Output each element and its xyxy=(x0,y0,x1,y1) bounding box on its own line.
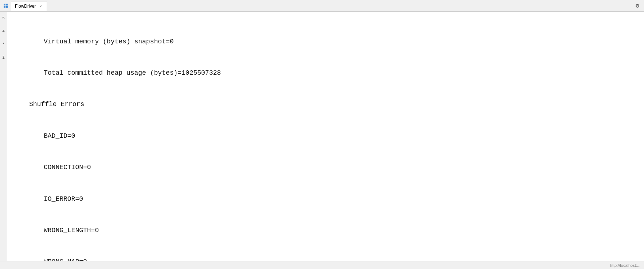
tab-close-button[interactable]: × xyxy=(38,4,43,9)
code-line-3: Shuffle Errors xyxy=(15,99,637,110)
app-icon xyxy=(3,3,9,9)
code-content: Virtual memory (bytes) snapshot=0 Total … xyxy=(15,15,637,261)
gutter-icon-star[interactable]: * xyxy=(1,42,7,47)
tab-label: FlowDriver xyxy=(15,4,36,9)
title-bar: FlowDriver × ⚙ xyxy=(0,0,644,12)
settings-icon[interactable]: ⚙ xyxy=(634,2,641,9)
tab-flowdriver[interactable]: FlowDriver × xyxy=(11,1,47,11)
code-line-1: Virtual memory (bytes) snapshot=0 xyxy=(15,36,637,47)
gutter-icon-info[interactable]: i xyxy=(1,55,7,61)
code-line-4: BAD_ID=0 xyxy=(15,131,637,141)
svg-rect-3 xyxy=(6,6,8,8)
left-gutter: 5 4 * i xyxy=(0,12,7,261)
code-line-5: CONNECTION=0 xyxy=(15,162,637,173)
editor-area[interactable]: Virtual memory (bytes) snapshot=0 Total … xyxy=(7,12,644,261)
code-line-8: WRONG_MAP=0 xyxy=(15,257,637,261)
main-window: FlowDriver × ⚙ 5 4 * i Virtual memory (b… xyxy=(0,0,644,269)
gutter-icon-4: 4 xyxy=(1,28,7,34)
status-text: http://localhost:... xyxy=(610,263,640,268)
title-bar-left: FlowDriver × xyxy=(3,0,47,11)
svg-rect-0 xyxy=(4,4,5,5)
svg-rect-1 xyxy=(6,4,8,5)
status-bar: http://localhost:... xyxy=(0,261,644,269)
svg-rect-2 xyxy=(4,6,5,8)
gutter-icon-5: 5 xyxy=(1,15,7,21)
code-line-2: Total committed heap usage (bytes)=10255… xyxy=(15,68,637,78)
code-line-7: WRONG_LENGTH=0 xyxy=(15,225,637,236)
code-line-6: IO_ERROR=0 xyxy=(15,194,637,204)
main-content: 5 4 * i Virtual memory (bytes) snapshot=… xyxy=(0,12,644,261)
title-bar-right: ⚙ xyxy=(634,2,641,9)
